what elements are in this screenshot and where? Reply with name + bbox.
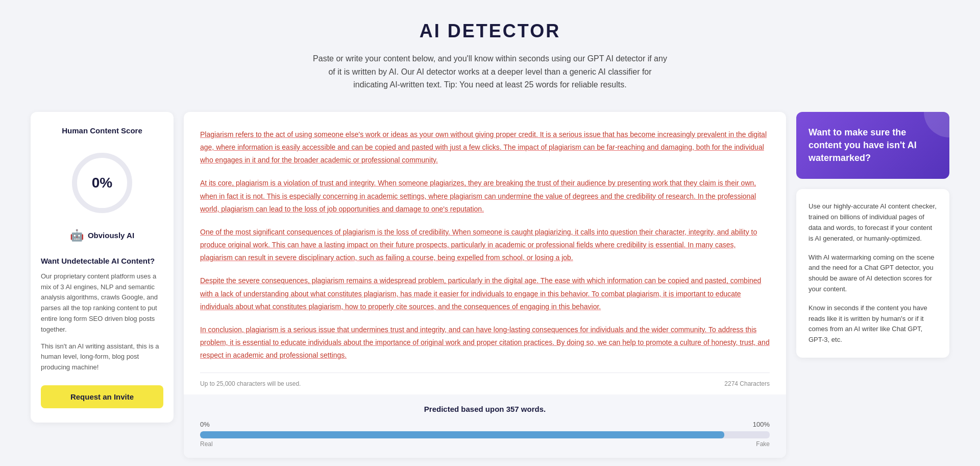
center-panel: Plagiarism refers to the act of using so… [184, 112, 786, 458]
underline-text-5: In conclusion, plagiarism is a serious i… [200, 325, 770, 359]
underline-text-2: At its core, plagiarism is a violation o… [200, 179, 756, 213]
score-value: 0% [92, 175, 112, 191]
score-circle-wrapper: 0% [41, 147, 163, 219]
bar-real-label: Real [200, 440, 213, 448]
page-description: Paste or write your content below, and y… [311, 52, 669, 91]
score-title: Human Content Score [41, 126, 163, 135]
bar-label-0: 0% [200, 421, 210, 428]
score-label-text: Obviously AI [88, 231, 134, 240]
left-panel: Human Content Score 0% 🤖 Obviously AI Wa… [31, 112, 174, 423]
paragraph-4: Despite the severe consequences, plagiar… [200, 274, 770, 313]
text-content: Plagiarism refers to the act of using so… [200, 128, 770, 362]
prediction-section: Predicted based upon 357 words. 0% 100% … [184, 394, 786, 458]
bar-percentage-labels: Real Fake [200, 440, 770, 448]
info-line-1: Use our highly-accurate AI content check… [808, 201, 937, 244]
page-title: AI DETECTOR [31, 20, 949, 42]
paragraph-3: One of the most significant consequences… [200, 226, 770, 265]
want-undetectable-title: Want Undetectable AI Content? [41, 257, 163, 265]
robot-icon: 🤖 [70, 229, 84, 242]
bottom-bar: Up to 25,000 characters will be used. 22… [200, 372, 770, 394]
left-description-1: Our proprietary content platform uses a … [41, 271, 163, 335]
main-layout: Human Content Score 0% 🤖 Obviously AI Wa… [31, 112, 949, 458]
character-count: 2274 Characters [724, 380, 770, 387]
paragraph-5: In conclusion, plagiarism is a serious i… [200, 323, 770, 362]
score-label: 🤖 Obviously AI [41, 229, 163, 242]
underline-text-3: One of the most significant consequences… [200, 228, 757, 262]
paragraph-1: Plagiarism refers to the act of using so… [200, 128, 770, 167]
bottom-bar-left: Up to 25,000 characters will be used. [200, 380, 301, 387]
purple-card-title: Want to make sure the content you have i… [808, 126, 937, 165]
prediction-title: Predicted based upon 357 words. [200, 405, 770, 413]
bar-label-100: 100% [753, 421, 770, 428]
progress-bar-fill [200, 431, 724, 438]
request-invite-button[interactable]: Request an Invite [41, 385, 163, 408]
info-line-2: With AI watermarking coming on the scene… [808, 252, 937, 295]
right-panel: Want to make sure the content you have i… [796, 112, 949, 358]
purple-card: Want to make sure the content you have i… [796, 112, 949, 179]
underline-text: Plagiarism refers to the act of using so… [200, 130, 767, 164]
info-line-3: Know in seconds if the content you have … [808, 303, 937, 345]
underline-text-4: Despite the severe consequences, plagiar… [200, 276, 761, 310]
progress-bar-wrapper [200, 431, 770, 438]
score-circle: 0% [66, 147, 138, 219]
info-card: Use our highly-accurate AI content check… [796, 189, 949, 358]
left-description-2: This isn't an AI writing assistant, this… [41, 341, 163, 373]
paragraph-2: At its core, plagiarism is a violation o… [200, 177, 770, 216]
bar-labels: 0% 100% [200, 421, 770, 428]
page-header: AI DETECTOR Paste or write your content … [31, 20, 949, 91]
bar-fake-label: Fake [756, 440, 770, 448]
